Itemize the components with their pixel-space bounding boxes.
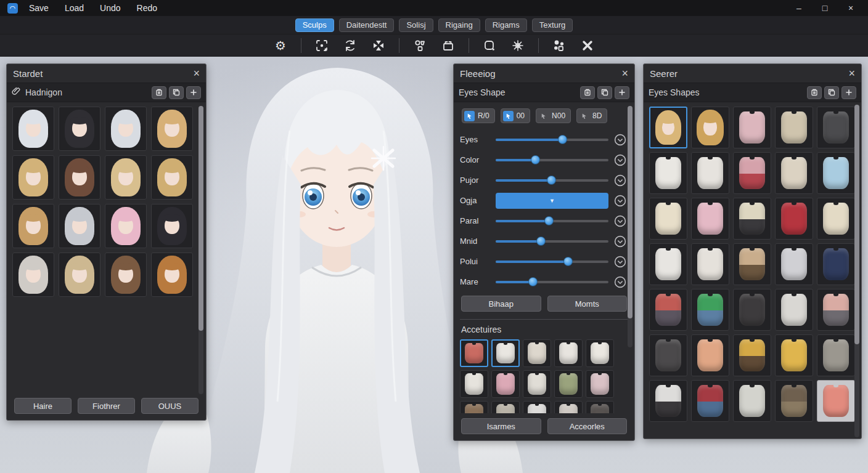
burst-icon[interactable] xyxy=(510,38,526,54)
outfit-thumbnail[interactable] xyxy=(691,289,729,331)
cross-icon[interactable] xyxy=(579,38,596,54)
accessory-thumbnail[interactable] xyxy=(586,370,614,398)
outfit-thumbnail[interactable] xyxy=(691,198,729,240)
close-icon[interactable]: × xyxy=(848,68,855,79)
copy-icon[interactable] xyxy=(597,86,612,99)
slider-knob[interactable] xyxy=(547,176,556,185)
accessory-thumbnail[interactable] xyxy=(460,339,488,367)
outfit-thumbnail[interactable] xyxy=(775,243,813,285)
slider-track[interactable] xyxy=(496,261,608,263)
add-icon[interactable] xyxy=(615,86,629,99)
accessory-thumbnail[interactable] xyxy=(554,401,583,413)
shape-group-icon[interactable] xyxy=(551,38,567,54)
close-icon[interactable]: × xyxy=(621,68,628,79)
outfit-thumbnail[interactable] xyxy=(775,198,813,240)
bihaap-button[interactable]: Bihaap xyxy=(461,296,541,312)
outfit-thumbnail[interactable] xyxy=(649,152,687,194)
chevron-down-icon[interactable] xyxy=(613,214,627,228)
ouus-button[interactable]: OUUS xyxy=(141,398,199,414)
slider-track[interactable] xyxy=(496,179,608,182)
slider-track[interactable] xyxy=(496,220,608,222)
haire-button[interactable]: Haire xyxy=(14,398,72,414)
tab-texturg[interactable]: Texturg xyxy=(532,18,573,32)
outfit-thumbnail[interactable] xyxy=(733,152,771,194)
copy-icon[interactable] xyxy=(169,86,184,99)
hair-thumbnail[interactable] xyxy=(59,253,100,297)
hair-thumbnail[interactable] xyxy=(12,107,54,151)
accessory-thumbnail[interactable] xyxy=(554,370,583,398)
slider-track[interactable] xyxy=(496,159,608,161)
hair-thumbnail[interactable] xyxy=(151,253,193,297)
hair-thumbnail[interactable] xyxy=(151,155,193,200)
accessory-thumbnail[interactable] xyxy=(586,339,614,367)
maximize-button[interactable]: □ xyxy=(820,3,830,13)
outfit-thumbnail[interactable] xyxy=(817,380,855,422)
close-button[interactable]: × xyxy=(846,3,856,13)
outfit-thumbnail[interactable] xyxy=(691,243,729,285)
add-icon[interactable] xyxy=(841,86,856,99)
outfit-thumbnail[interactable] xyxy=(649,198,687,240)
tab-rigaing[interactable]: Rigaing xyxy=(438,18,480,32)
outfit-thumbnail[interactable] xyxy=(817,107,855,148)
chevron-down-icon[interactable] xyxy=(613,235,627,248)
accessory-thumbnail[interactable] xyxy=(586,401,614,413)
hair-thumbnail[interactable] xyxy=(105,253,147,297)
outfit-thumbnail[interactable] xyxy=(733,198,771,240)
hair-thumbnail[interactable] xyxy=(105,204,147,248)
outfit-thumbnail[interactable] xyxy=(817,198,855,240)
toggle-00[interactable]: 00 xyxy=(501,108,530,123)
slider-track[interactable] xyxy=(496,281,608,283)
chevron-down-icon[interactable] xyxy=(613,255,627,269)
outfit-thumbnail[interactable] xyxy=(817,289,855,331)
hair-thumbnail[interactable] xyxy=(12,155,54,200)
slider-knob[interactable] xyxy=(563,257,573,266)
outfit-thumbnail[interactable] xyxy=(733,334,771,376)
outfit-thumbnail[interactable] xyxy=(691,380,729,422)
outfit-thumbnail[interactable] xyxy=(775,152,813,194)
converge-icon[interactable] xyxy=(371,38,387,54)
slider-knob[interactable] xyxy=(531,155,540,164)
accessory-thumbnail[interactable] xyxy=(491,401,520,413)
momts-button[interactable]: Momts xyxy=(547,296,628,312)
panel-icon[interactable] xyxy=(440,38,456,54)
outfit-thumbnail[interactable] xyxy=(775,334,813,376)
hair-thumbnail[interactable] xyxy=(59,204,100,248)
outfit-thumbnail[interactable] xyxy=(691,152,729,194)
accessory-thumbnail[interactable] xyxy=(460,401,488,413)
hair-thumbnail[interactable] xyxy=(12,253,54,297)
accessory-thumbnail[interactable] xyxy=(491,339,520,367)
outfit-thumbnail[interactable] xyxy=(775,107,813,148)
hair-thumbnail[interactable] xyxy=(59,107,100,151)
clipboard-icon[interactable] xyxy=(152,86,166,99)
tab-rigams[interactable]: Rigams xyxy=(485,18,527,32)
rounded-square-icon[interactable] xyxy=(481,38,497,54)
isarmes-button[interactable]: Isarmes xyxy=(461,418,541,434)
fiothrer-button[interactable]: Fiothrer xyxy=(78,398,135,414)
outfit-thumbnail[interactable] xyxy=(649,243,687,285)
menu-load[interactable]: Load xyxy=(65,3,84,13)
outfit-thumbnail[interactable] xyxy=(733,107,771,148)
clipboard-icon[interactable] xyxy=(580,86,595,99)
outfit-thumbnail[interactable] xyxy=(649,107,687,148)
chevron-down-icon[interactable] xyxy=(613,194,627,208)
scrollbar[interactable] xyxy=(628,106,633,347)
accessory-thumbnail[interactable] xyxy=(554,339,583,367)
scrollbar[interactable] xyxy=(199,106,203,394)
focus-icon[interactable] xyxy=(314,38,330,54)
clipboard-icon[interactable] xyxy=(807,86,822,99)
outfit-thumbnail[interactable] xyxy=(775,289,813,331)
outfit-thumbnail[interactable] xyxy=(649,334,687,376)
dropdown-ogja[interactable]: ▼ xyxy=(496,193,608,209)
acceorles-button[interactable]: Acceorles xyxy=(547,418,628,434)
slider-track[interactable] xyxy=(496,139,608,141)
menu-save[interactable]: Save xyxy=(29,3,49,13)
chevron-down-icon[interactable] xyxy=(613,133,627,147)
toggle-8d[interactable]: 8D xyxy=(576,108,607,123)
chevron-down-icon[interactable] xyxy=(613,275,627,289)
slider-knob[interactable] xyxy=(558,135,567,144)
scrollbar[interactable] xyxy=(854,105,859,437)
add-icon[interactable] xyxy=(186,86,201,99)
rotate-icon[interactable] xyxy=(342,38,358,54)
outfit-thumbnail[interactable] xyxy=(691,334,729,376)
outfit-thumbnail[interactable] xyxy=(733,380,771,422)
